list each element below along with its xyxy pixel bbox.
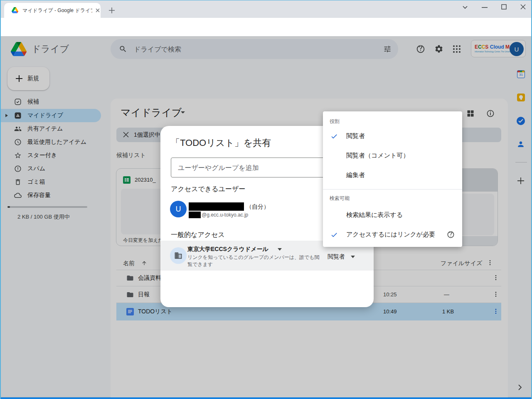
window-maximize-icon[interactable]	[501, 4, 507, 10]
titlebar: マイドライブ - Google ドライブ	[1, 0, 531, 18]
menu-item-commenter[interactable]: 閲覧者（コメント可）	[323, 146, 462, 165]
owner-avatar: U	[170, 201, 187, 217]
role-dropdown[interactable]: 閲覧者	[328, 253, 345, 261]
window-minimize-icon[interactable]	[482, 7, 488, 8]
menu-item-label: 編集者	[346, 171, 365, 179]
window-bottom-border	[1, 397, 531, 399]
owner-avatar-letter: U	[176, 205, 181, 214]
search-section-header: 検索可能	[330, 195, 350, 202]
owner-email-redacted	[189, 212, 201, 218]
owner-email-domain: @g.ecc.u-tokyo.ac.jp	[202, 212, 248, 218]
role-caret-icon[interactable]	[351, 256, 355, 259]
share-dialog-title: 「TODOリスト」を共有	[171, 137, 271, 149]
role-section-header: 役割	[330, 118, 340, 125]
menu-item-label: 検索結果に表示する	[346, 211, 403, 219]
new-tab-button[interactable]	[109, 7, 115, 13]
browser-window: マイドライブ - Google ドライブ	[0, 0, 532, 399]
drive-favicon	[12, 7, 18, 13]
group-desc: リンクを知っているこのグループのメンバーは、誰でも閲覧できます	[187, 254, 320, 268]
window-chevron-icon[interactable]	[462, 5, 468, 10]
role-menu: 役割 閲覧者 閲覧者（コメント可） 編集者 検索可能 検索結果に表示する アクセ…	[323, 111, 462, 247]
menu-item-show-in-search[interactable]: 検索結果に表示する	[323, 205, 462, 225]
owner-name-redacted	[189, 202, 244, 211]
menu-item-editor[interactable]: 編集者	[323, 165, 462, 185]
window-close-icon[interactable]	[520, 4, 526, 10]
group-caret-icon[interactable]	[278, 248, 282, 251]
menu-divider	[323, 189, 462, 190]
group-name[interactable]: 東京大学ECCSクラウドメール	[187, 246, 268, 253]
tab-close-icon[interactable]	[96, 8, 100, 12]
browser-toolbar: drive.google.com/drive/my-drive U	[1, 18, 531, 36]
group-avatar	[170, 247, 187, 264]
check-icon	[330, 133, 338, 140]
general-access-heading: 一般的なアクセス	[171, 231, 225, 239]
menu-item-viewer[interactable]: 閲覧者	[323, 126, 462, 146]
menu-item-label: 閲覧者（コメント可）	[346, 152, 409, 160]
organization-building-icon	[174, 251, 182, 260]
check-icon	[330, 231, 338, 239]
menu-item-label: アクセスするにはリンクが必要	[346, 231, 435, 239]
menu-help-icon[interactable]	[447, 231, 455, 239]
browser-tab[interactable]: マイドライブ - Google ドライブ	[4, 3, 101, 18]
tab-title: マイドライブ - Google ドライブ	[22, 3, 92, 18]
menu-item-link-required[interactable]: アクセスするにはリンクが必要	[323, 225, 462, 244]
owner-self-label: （自分）	[246, 203, 269, 211]
menu-item-label: 閲覧者	[346, 132, 365, 140]
people-with-access-heading: アクセスできるユーザー	[171, 185, 245, 194]
